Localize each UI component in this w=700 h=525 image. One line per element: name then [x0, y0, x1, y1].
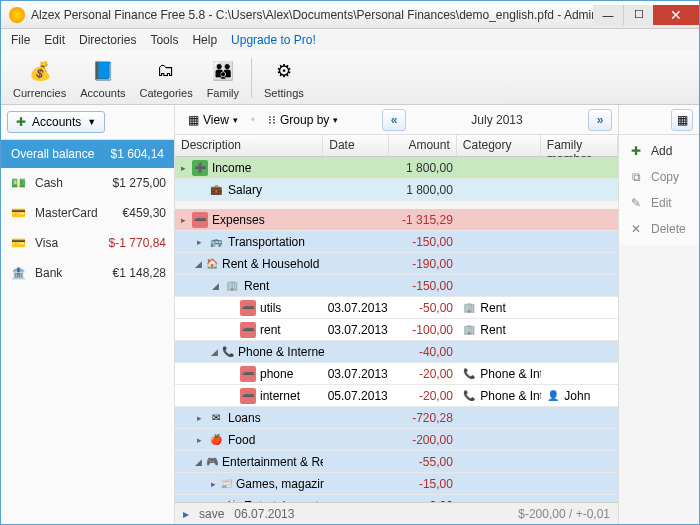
row-category: 🏢 Rent [457, 322, 541, 338]
row-category: 📞 Phone & Int [457, 366, 541, 382]
account-row[interactable]: 💳MasterCard€459,30 [1, 198, 174, 228]
account-name: Visa [35, 236, 101, 250]
calendar-icon: ▦ [677, 113, 688, 127]
row-desc: rent [260, 323, 281, 337]
account-row[interactable]: 💵Cash$1 275,00 [1, 168, 174, 198]
categories-icon: 🗂 [152, 57, 180, 85]
row-icon: ➖ [192, 212, 208, 228]
row-icon: ➖ [240, 300, 256, 316]
titlebar[interactable]: Alzex Personal Finance Free 5.8 - C:\Use… [1, 1, 699, 29]
overall-value: $1 604,14 [111, 147, 164, 161]
grid-row[interactable]: ➖rent03.07.2013-100,00🏢 Rent [175, 319, 618, 341]
col-description[interactable]: Description [175, 135, 323, 156]
delete-button[interactable]: ✕Delete [623, 217, 695, 241]
expand-icon[interactable]: ▸ [179, 215, 188, 225]
edit-icon: ✎ [629, 196, 643, 210]
row-category: 🏢 Rent [457, 300, 541, 316]
col-date[interactable]: Date [323, 135, 388, 156]
app-window: Alzex Personal Finance Free 5.8 - C:\Use… [0, 0, 700, 525]
grid-row[interactable]: ▸🚌Transportation-150,00 [175, 231, 618, 253]
row-desc: Rent & Household [222, 257, 319, 271]
col-category[interactable]: Category [457, 135, 541, 156]
edit-button[interactable]: ✎Edit [623, 191, 695, 215]
view-dropdown[interactable]: ▦View▾ [181, 110, 245, 130]
period-label[interactable]: July 2013 [412, 113, 582, 127]
groupby-dropdown[interactable]: ⁝⁝Group by▾ [261, 110, 345, 130]
row-icon: ✉ [208, 410, 224, 426]
row-desc: utils [260, 301, 281, 315]
row-icon: 📰 [220, 476, 232, 492]
expand-icon[interactable]: ▸ [179, 163, 188, 173]
grid-row[interactable]: ▸🍎Food-200,00 [175, 429, 618, 451]
chevron-down-icon: ▼ [87, 117, 96, 127]
menu-directories[interactable]: Directories [73, 31, 142, 49]
add-button[interactable]: ✚Add [623, 139, 695, 163]
calendar-button[interactable]: ▦ [671, 109, 693, 131]
grid-row[interactable]: ▸📰Games, magazines-15,00 [175, 473, 618, 495]
menu-file[interactable]: File [5, 31, 36, 49]
account-icon: 💵 [9, 174, 27, 192]
grid-row[interactable]: 💼Salary1 800,00 [175, 179, 618, 201]
toolbar-categories[interactable]: 🗂Categories [133, 55, 198, 101]
expand-icon[interactable]: ◢ [195, 457, 202, 467]
expand-icon[interactable]: ◢ [195, 259, 202, 269]
col-family[interactable]: Family member [541, 135, 618, 156]
row-desc: Phone & Internet [238, 345, 324, 359]
view-icon: ▦ [188, 113, 199, 127]
row-desc: Entertainment & Recr [222, 455, 323, 469]
close-button[interactable]: ✕ [653, 5, 699, 25]
expand-icon[interactable]: ▸ [211, 479, 216, 489]
grid-row[interactable]: ▸✉Loans-720,28 [175, 407, 618, 429]
account-name: Cash [35, 176, 105, 190]
grid-row[interactable]: ◢🎮Entertainment & Recr-55,00 [175, 451, 618, 473]
overall-balance-row[interactable]: Overall balance $1 604,14 [1, 140, 174, 168]
settings-icon: ⚙ [270, 57, 298, 85]
grid-row[interactable]: ◢🏠Rent & Household-190,00 [175, 253, 618, 275]
menu-help[interactable]: Help [186, 31, 223, 49]
menu-upgrade[interactable]: Upgrade to Pro! [225, 31, 322, 49]
grid-row[interactable]: ➖internet05.07.2013-20,00📞 Phone & Int👤 … [175, 385, 618, 407]
grid-row[interactable]: ◢📞Phone & Internet-40,00 [175, 341, 618, 363]
menu-tools[interactable]: Tools [144, 31, 184, 49]
status-bar: ▸ save 06.07.2013 $-200,00 / +-0,01 [175, 502, 618, 524]
account-icon: 💳 [9, 204, 27, 222]
toolbar-family[interactable]: 👪Family [201, 55, 245, 101]
expand-icon[interactable]: ▸ [195, 413, 204, 423]
group-icon: ⁝⁝ [268, 113, 276, 127]
row-icon: ➖ [240, 366, 256, 382]
expand-icon[interactable]: ▸ [195, 435, 204, 445]
toolbar: 💰Currencies 📘Accounts 🗂Categories 👪Famil… [1, 51, 699, 105]
account-row[interactable]: 🏦Bank€1 148,28 [1, 258, 174, 288]
accounts-dropdown[interactable]: ✚ Accounts ▼ [7, 111, 105, 133]
row-date: 03.07.2013 [324, 367, 389, 381]
row-icon: ➕ [192, 160, 208, 176]
grid-row[interactable]: ▸➖Expenses-1 315,29 [175, 209, 618, 231]
grid-row[interactable]: ◢🏢Rent-150,00 [175, 275, 618, 297]
next-period-button[interactable]: » [588, 109, 612, 131]
expand-icon[interactable]: ◢ [211, 281, 220, 291]
copy-button[interactable]: ⧉Copy [623, 165, 695, 189]
content-area: ✚ Accounts ▼ Overall balance $1 604,14 💵… [1, 105, 699, 524]
menu-edit[interactable]: Edit [38, 31, 71, 49]
prev-period-button[interactable]: « [382, 109, 406, 131]
col-amount[interactable]: Amount [389, 135, 457, 156]
grid-body[interactable]: ▸➕Income1 800,00💼Salary1 800,00▸➖Expense… [175, 157, 618, 502]
grid-row[interactable]: ▸⚽Entertainment0,00 [175, 495, 618, 502]
grid-row[interactable]: ▸➕Income1 800,00 [175, 157, 618, 179]
maximize-button[interactable]: ☐ [623, 5, 653, 25]
filter-bar: ▦View▾ • ⁝⁝Group by▾ « July 2013 » [175, 105, 618, 135]
row-family: 👤 John [541, 388, 618, 404]
toolbar-currencies[interactable]: 💰Currencies [7, 55, 72, 101]
grid-row[interactable]: ➖utils03.07.2013-50,00🏢 Rent [175, 297, 618, 319]
expand-icon[interactable]: ◢ [211, 347, 218, 357]
account-row[interactable]: 💳Visa$-1 770,84 [1, 228, 174, 258]
account-name: MasterCard [35, 206, 115, 220]
toolbar-settings[interactable]: ⚙Settings [258, 55, 310, 101]
row-date: 03.07.2013 [324, 301, 389, 315]
right-top: ▦ [619, 105, 699, 135]
row-amount: -40,00 [389, 345, 457, 359]
grid-row[interactable]: ➖phone03.07.2013-20,00📞 Phone & Int [175, 363, 618, 385]
minimize-button[interactable]: — [593, 5, 623, 25]
toolbar-accounts[interactable]: 📘Accounts [74, 55, 131, 101]
expand-icon[interactable]: ▸ [195, 237, 204, 247]
